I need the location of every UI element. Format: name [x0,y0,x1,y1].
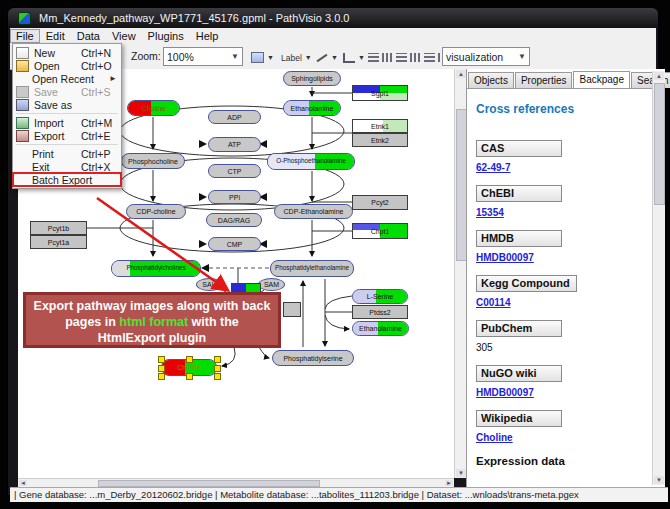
file-menu-item-import[interactable]: ImportCtrl+M [13,116,121,129]
zoom-combobox[interactable]: 100%▼ [163,47,243,66]
node-sphingolipids[interactable]: Sphingolipids [283,71,341,86]
selection-handle[interactable] [158,356,165,363]
scroll-down-icon[interactable]: ▼ [654,476,664,484]
node-label: Choline [177,364,201,371]
file-menu-item-save-as[interactable]: Save as [13,98,121,111]
node-adp[interactable]: ADP [208,110,261,124]
file-menu-item-exit[interactable]: ExitCtrl+X [13,160,121,173]
crossref-link[interactable]: C00114 [476,297,653,308]
node-ethanolamine-top[interactable]: Ethanolamine [283,100,341,116]
callout-line2-highlight: html format [119,315,188,329]
crossref-link[interactable]: 15354 [476,207,653,218]
line-tool-button[interactable]: ▼ [313,47,341,68]
node-ethanolamine-bottom[interactable]: Ethanolamine [352,321,409,336]
node-cdp-ethanolamine[interactable]: CDP-Ethanolamine [274,204,353,219]
scroll-left-icon[interactable]: ◄ [19,480,27,486]
menubar-item-file[interactable]: File [10,29,40,43]
node-label: Pcyt2 [371,199,389,206]
node-label: Phosphatidylethanolamine [275,265,349,271]
file-menu-item-save[interactable]: SaveCtrl+S [13,85,121,98]
node-ctp[interactable]: CTP [208,164,261,178]
menu-item-label: Print [32,148,81,160]
zoom-value: 100% [167,51,194,63]
connector-tool-button[interactable]: ▼ [340,47,368,68]
node-phosphocholine[interactable]: Phosphocholine [121,153,185,169]
node-pcyt2[interactable]: Pcyt2 [352,195,408,210]
menubar-item-edit[interactable]: Edit [40,29,71,43]
node-label: O-Phosphoethanolamine [276,158,346,164]
chevron-down-icon: ▼ [305,54,312,61]
crossref-link[interactable]: Choline [476,432,653,443]
node-atp[interactable]: ATP [208,137,261,152]
node-ppi[interactable]: PPi [208,190,261,204]
tab-backpage[interactable]: Backpage [573,71,629,88]
node-dag-rag[interactable]: DAG/RAG [206,213,262,227]
datanode-tool-button[interactable]: ▼ [248,47,277,68]
node-pcyt1a[interactable]: Pcyt1a [30,235,87,249]
selection-handle[interactable] [214,356,221,363]
menubar-item-plugins[interactable]: Plugins [142,29,190,43]
node-cmp[interactable]: CMP [208,237,261,251]
match-width-icon [424,53,435,62]
scroll-up-icon[interactable]: ▲ [654,72,664,80]
node-o-phosphoethanolamine[interactable]: O-Phosphoethanolamine [267,153,355,170]
scroll-up-icon[interactable]: ▲ [456,70,466,78]
node-sah[interactable]: SAH [196,278,223,291]
selection-handle[interactable] [158,365,165,372]
node-phosphatidylcholines[interactable]: Phosphatidylcholines [111,260,201,277]
crossref-link[interactable]: 62-49-7 [476,162,653,173]
file-menu-item-new[interactable]: NewCtrl+N [13,46,121,59]
selection-handle[interactable] [214,373,221,380]
node-etnk1[interactable]: Etnk1 [352,119,408,133]
sidebar-scrollbar[interactable]: ▲ ▼ [652,71,665,485]
file-menu-item-open-recent[interactable]: Open Recent► [13,72,121,85]
node-phosphatidylethanolamine[interactable]: Phosphatidylethanolamine [270,260,354,277]
menubar-item-view[interactable]: View [106,29,142,43]
crossref-link[interactable]: HMDB00097 [476,387,653,398]
node-ptdss2[interactable]: Ptdss2 [352,305,408,319]
horizontal-scroll-thumb[interactable] [98,480,320,487]
tab-properties[interactable]: Properties [515,72,573,88]
node-etnk2[interactable]: Etnk2 [352,133,408,147]
expression-color-band [246,284,260,292]
title-bar[interactable]: Mm_Kennedy_pathway_WP1771_45176.gpml - P… [8,8,658,28]
node-label: Pcyt1b [48,225,69,232]
none-icon [16,175,27,185]
crossref-section-cas: CAS62-49-7 [476,140,653,173]
file-menu-item-print[interactable]: PrintCtrl+P [13,147,121,160]
chevron-down-icon: ▼ [231,52,239,61]
node-label: Phosphatidylserine [283,355,342,362]
file-menu-item-batch-export[interactable]: Batch Export [13,173,121,186]
crossref-link[interactable]: HMDB00097 [476,252,653,263]
file-menu-item-open[interactable]: OpenCtrl+O [13,59,121,72]
scroll-right-icon[interactable]: ► [445,480,453,486]
node-pemt-box[interactable] [283,302,301,317]
tab-objects[interactable]: Objects [468,72,514,88]
menubar-item-data[interactable]: Data [71,29,106,43]
sidebar-scroll-thumb[interactable] [654,83,665,205]
menu-item-label: Exit [32,161,81,173]
scroll-down-icon[interactable]: ▼ [456,469,466,477]
selection-handle[interactable] [186,373,193,380]
node-label: CDP-choline [136,208,175,215]
node-chpt1[interactable]: Chpt1 [352,223,408,239]
crossref-title: Kegg Compound [476,275,577,292]
label-tool-button[interactable]: Label▼ [278,47,315,68]
node-sgpl1[interactable]: Sgpl1 [352,85,408,101]
selection-handle[interactable] [158,373,165,380]
menu-item-label: Save as [34,99,81,111]
menubar-item-help[interactable]: Help [190,29,225,43]
node-choline-top[interactable]: Choline [127,100,180,116]
chevron-down-icon: ▼ [358,54,365,61]
node-cdp-choline[interactable]: CDP-choline [126,204,186,219]
selection-handle[interactable] [214,365,221,372]
node-sam[interactable]: SAM [258,278,285,291]
selection-handle[interactable] [186,356,193,363]
node-phosphatidylserine[interactable]: Phosphatidylserine [272,350,354,366]
node-pcyt1b[interactable]: Pcyt1b [30,221,87,235]
visualization-combobox[interactable]: visualization▼ [442,47,530,66]
side-panel: ObjectsPropertiesBackpageSearchLegend Cr… [466,69,665,487]
align-center-y-icon [382,53,393,62]
node-l-serine[interactable]: L-Serine [352,289,408,304]
file-menu-item-export[interactable]: ExportCtrl+E [13,129,121,142]
